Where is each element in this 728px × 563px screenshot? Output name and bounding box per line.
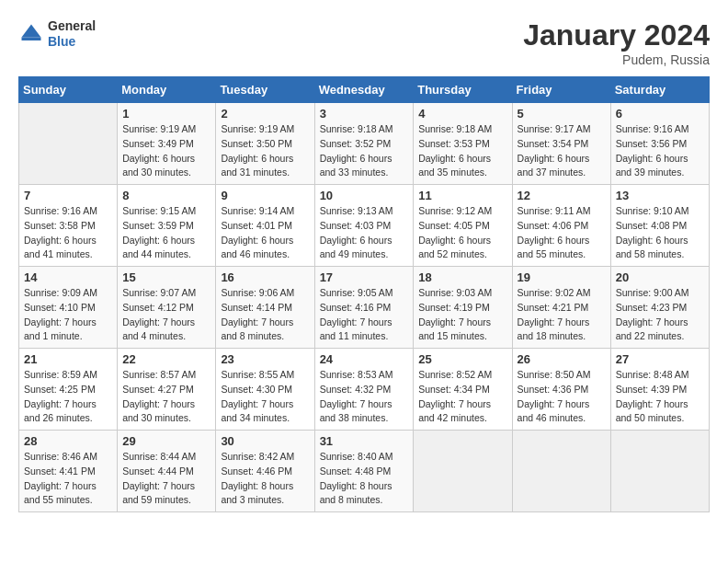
day-number: 11 bbox=[418, 189, 506, 202]
calendar-cell: 15 Sunrise: 9:07 AM Sunset: 4:12 PM Dayl… bbox=[118, 267, 216, 349]
day-info: Sunrise: 8:40 AM Sunset: 4:48 PM Dayligh… bbox=[320, 450, 409, 508]
calendar-cell: 11 Sunrise: 9:12 AM Sunset: 4:05 PM Dayl… bbox=[414, 185, 512, 267]
day-number: 23 bbox=[221, 352, 309, 366]
day-info: Sunrise: 8:48 AM Sunset: 4:39 PM Dayligh… bbox=[616, 368, 704, 426]
day-info: Sunrise: 9:10 AM Sunset: 4:08 PM Dayligh… bbox=[616, 204, 704, 262]
day-info: Sunrise: 9:06 AM Sunset: 4:14 PM Dayligh… bbox=[221, 286, 309, 344]
day-number: 21 bbox=[24, 352, 112, 366]
day-number: 19 bbox=[518, 270, 606, 284]
calendar-cell: 24 Sunrise: 8:53 AM Sunset: 4:32 PM Dayl… bbox=[314, 349, 414, 431]
day-number: 1 bbox=[122, 107, 210, 121]
calendar-cell: 4 Sunrise: 9:18 AM Sunset: 3:53 PM Dayli… bbox=[414, 103, 512, 185]
calendar-cell: 26 Sunrise: 8:50 AM Sunset: 4:36 PM Dayl… bbox=[512, 349, 610, 431]
month-title: January 2024 bbox=[523, 18, 710, 52]
calendar-cell: 17 Sunrise: 9:05 AM Sunset: 4:16 PM Dayl… bbox=[314, 267, 414, 349]
calendar-cell: 2 Sunrise: 9:19 AM Sunset: 3:50 PM Dayli… bbox=[216, 103, 314, 185]
day-header-tuesday: Tuesday bbox=[216, 77, 314, 103]
day-info: Sunrise: 8:50 AM Sunset: 4:36 PM Dayligh… bbox=[518, 368, 606, 426]
calendar-cell: 5 Sunrise: 9:17 AM Sunset: 3:54 PM Dayli… bbox=[512, 103, 610, 185]
logo-general-text: General bbox=[48, 18, 96, 34]
calendar-cell bbox=[610, 431, 709, 512]
calendar-cell: 28 Sunrise: 8:46 AM Sunset: 4:41 PM Dayl… bbox=[19, 431, 118, 512]
day-header-wednesday: Wednesday bbox=[314, 77, 414, 103]
day-number: 3 bbox=[320, 107, 409, 121]
calendar-cell: 9 Sunrise: 9:14 AM Sunset: 4:01 PM Dayli… bbox=[216, 185, 314, 267]
day-number: 2 bbox=[221, 107, 309, 121]
calendar-cell: 30 Sunrise: 8:42 AM Sunset: 4:46 PM Dayl… bbox=[216, 431, 314, 512]
day-number: 17 bbox=[320, 270, 409, 284]
calendar-cell: 31 Sunrise: 8:40 AM Sunset: 4:48 PM Dayl… bbox=[314, 431, 414, 512]
svg-rect-1 bbox=[22, 37, 41, 40]
calendar-cell: 25 Sunrise: 8:52 AM Sunset: 4:34 PM Dayl… bbox=[414, 349, 512, 431]
calendar-cell: 20 Sunrise: 9:00 AM Sunset: 4:23 PM Dayl… bbox=[610, 267, 709, 349]
calendar-cell bbox=[414, 431, 512, 512]
logo: General Blue bbox=[18, 18, 96, 50]
day-number: 16 bbox=[221, 270, 309, 284]
calendar-table: SundayMondayTuesdayWednesdayThursdayFrid… bbox=[18, 76, 710, 512]
calendar-week-row: 14 Sunrise: 9:09 AM Sunset: 4:10 PM Dayl… bbox=[19, 267, 710, 349]
calendar-cell: 12 Sunrise: 9:11 AM Sunset: 4:06 PM Dayl… bbox=[512, 185, 610, 267]
day-info: Sunrise: 9:00 AM Sunset: 4:23 PM Dayligh… bbox=[616, 286, 704, 344]
calendar-cell: 27 Sunrise: 8:48 AM Sunset: 4:39 PM Dayl… bbox=[610, 349, 709, 431]
day-info: Sunrise: 8:44 AM Sunset: 4:44 PM Dayligh… bbox=[122, 450, 210, 508]
day-number: 15 bbox=[122, 270, 210, 284]
day-info: Sunrise: 9:18 AM Sunset: 3:52 PM Dayligh… bbox=[320, 122, 409, 180]
day-info: Sunrise: 8:57 AM Sunset: 4:27 PM Dayligh… bbox=[122, 368, 210, 426]
day-number: 14 bbox=[24, 270, 112, 284]
calendar-week-row: 1 Sunrise: 9:19 AM Sunset: 3:49 PM Dayli… bbox=[19, 103, 710, 185]
day-info: Sunrise: 8:55 AM Sunset: 4:30 PM Dayligh… bbox=[221, 368, 309, 426]
calendar-week-row: 21 Sunrise: 8:59 AM Sunset: 4:25 PM Dayl… bbox=[19, 349, 710, 431]
day-number: 31 bbox=[320, 434, 409, 448]
calendar-cell: 22 Sunrise: 8:57 AM Sunset: 4:27 PM Dayl… bbox=[118, 349, 216, 431]
day-info: Sunrise: 9:19 AM Sunset: 3:49 PM Dayligh… bbox=[122, 122, 210, 180]
day-info: Sunrise: 9:05 AM Sunset: 4:16 PM Dayligh… bbox=[320, 286, 409, 344]
day-header-thursday: Thursday bbox=[414, 77, 512, 103]
day-number: 26 bbox=[518, 352, 606, 366]
day-info: Sunrise: 9:16 AM Sunset: 3:58 PM Dayligh… bbox=[24, 204, 112, 262]
day-number: 28 bbox=[24, 434, 112, 448]
day-info: Sunrise: 9:09 AM Sunset: 4:10 PM Dayligh… bbox=[24, 286, 112, 344]
calendar-cell: 16 Sunrise: 9:06 AM Sunset: 4:14 PM Dayl… bbox=[216, 267, 314, 349]
day-info: Sunrise: 9:19 AM Sunset: 3:50 PM Dayligh… bbox=[221, 122, 309, 180]
calendar-cell bbox=[512, 431, 610, 512]
calendar-cell: 14 Sunrise: 9:09 AM Sunset: 4:10 PM Dayl… bbox=[19, 267, 118, 349]
calendar-cell: 7 Sunrise: 9:16 AM Sunset: 3:58 PM Dayli… bbox=[19, 185, 118, 267]
day-number: 8 bbox=[122, 189, 210, 202]
day-number: 22 bbox=[122, 352, 210, 366]
calendar-cell: 3 Sunrise: 9:18 AM Sunset: 3:52 PM Dayli… bbox=[314, 103, 414, 185]
calendar-cell: 18 Sunrise: 9:03 AM Sunset: 4:19 PM Dayl… bbox=[414, 267, 512, 349]
day-info: Sunrise: 8:46 AM Sunset: 4:41 PM Dayligh… bbox=[24, 450, 112, 508]
calendar-cell: 10 Sunrise: 9:13 AM Sunset: 4:03 PM Dayl… bbox=[314, 185, 414, 267]
calendar-cell: 6 Sunrise: 9:16 AM Sunset: 3:56 PM Dayli… bbox=[610, 103, 709, 185]
title-block: January 2024 Pudem, Russia bbox=[523, 18, 710, 67]
calendar-cell: 29 Sunrise: 8:44 AM Sunset: 4:44 PM Dayl… bbox=[118, 431, 216, 512]
day-number: 4 bbox=[418, 107, 506, 121]
page-header: General Blue January 2024 Pudem, Russia bbox=[18, 18, 710, 67]
day-number: 30 bbox=[221, 434, 309, 448]
calendar-cell: 1 Sunrise: 9:19 AM Sunset: 3:49 PM Dayli… bbox=[118, 103, 216, 185]
day-info: Sunrise: 9:16 AM Sunset: 3:56 PM Dayligh… bbox=[616, 122, 704, 180]
day-info: Sunrise: 9:14 AM Sunset: 4:01 PM Dayligh… bbox=[221, 204, 309, 262]
day-header-sunday: Sunday bbox=[19, 77, 118, 103]
day-number: 29 bbox=[122, 434, 210, 448]
day-number: 18 bbox=[418, 270, 506, 284]
day-number: 13 bbox=[616, 189, 704, 202]
day-info: Sunrise: 9:12 AM Sunset: 4:05 PM Dayligh… bbox=[418, 204, 506, 262]
calendar-cell bbox=[19, 103, 118, 185]
calendar-cell: 23 Sunrise: 8:55 AM Sunset: 4:30 PM Dayl… bbox=[216, 349, 314, 431]
day-info: Sunrise: 8:59 AM Sunset: 4:25 PM Dayligh… bbox=[24, 368, 112, 426]
calendar-header-row: SundayMondayTuesdayWednesdayThursdayFrid… bbox=[19, 77, 710, 103]
calendar-cell: 8 Sunrise: 9:15 AM Sunset: 3:59 PM Dayli… bbox=[118, 185, 216, 267]
day-info: Sunrise: 9:03 AM Sunset: 4:19 PM Dayligh… bbox=[418, 286, 506, 344]
logo-text: General Blue bbox=[48, 18, 96, 50]
day-number: 10 bbox=[320, 189, 409, 202]
day-number: 25 bbox=[418, 352, 506, 366]
calendar-cell: 13 Sunrise: 9:10 AM Sunset: 4:08 PM Dayl… bbox=[610, 185, 709, 267]
day-number: 12 bbox=[518, 189, 606, 202]
day-info: Sunrise: 8:52 AM Sunset: 4:34 PM Dayligh… bbox=[418, 368, 506, 426]
day-number: 5 bbox=[518, 107, 606, 121]
location: Pudem, Russia bbox=[523, 52, 710, 67]
day-info: Sunrise: 9:13 AM Sunset: 4:03 PM Dayligh… bbox=[320, 204, 409, 262]
logo-icon bbox=[18, 21, 44, 47]
day-info: Sunrise: 9:15 AM Sunset: 3:59 PM Dayligh… bbox=[122, 204, 210, 262]
